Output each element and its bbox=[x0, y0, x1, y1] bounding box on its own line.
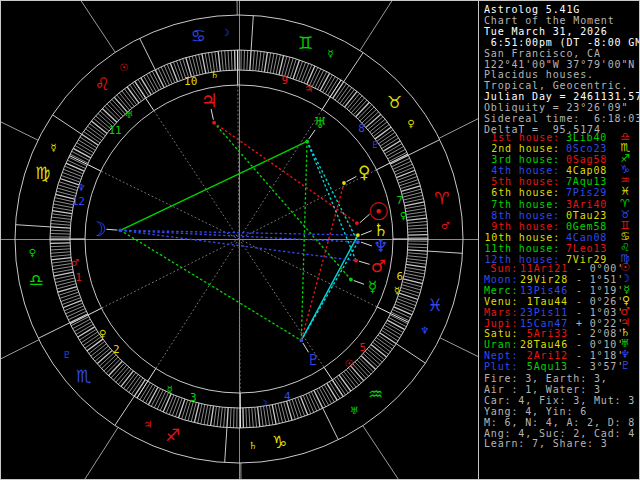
degree-tick bbox=[261, 407, 264, 427]
degree-tick bbox=[62, 298, 81, 305]
degree-tick bbox=[247, 50, 248, 70]
degree-tick bbox=[402, 285, 421, 290]
planet-value: 23Pis11 bbox=[518, 308, 568, 319]
house-value: 7Aqu13 bbox=[566, 176, 607, 187]
house-cusp-outer-line bbox=[363, 426, 460, 480]
pisces-ruler-icon: ♆ bbox=[420, 325, 429, 336]
degree-tick bbox=[408, 250, 428, 251]
degree-tick bbox=[220, 407, 222, 427]
house-cusp-outer-line bbox=[360, 0, 455, 51]
sign-boundary-line bbox=[396, 344, 425, 363]
degree-tick bbox=[394, 307, 412, 315]
house-cusp-outer-line bbox=[439, 59, 478, 138]
house-row: 2nd house:0Sco23♏ bbox=[484, 143, 634, 154]
sagittarius-ruler-icon: ♃ bbox=[143, 419, 152, 430]
♈-sign-icon: ♈ bbox=[620, 198, 630, 209]
house-cusp-outer-line bbox=[23, 427, 118, 480]
degree-tick bbox=[406, 208, 426, 211]
moon-degree-dot bbox=[118, 228, 122, 232]
house-row: 9th house:0Gem58♊ bbox=[484, 221, 634, 232]
degree-tick bbox=[53, 207, 73, 210]
gemini-ruler-icon: ☿ bbox=[327, 48, 333, 59]
house-cusp-inner-line bbox=[238, 85, 239, 239]
house-cusp-inner-line bbox=[101, 239, 239, 308]
degree-tick bbox=[259, 51, 261, 71]
wheel-mercury-icon: ☿ bbox=[368, 278, 377, 296]
aspect-square-venus-pluto bbox=[301, 183, 344, 340]
planet-label: Plut: bbox=[484, 362, 518, 373]
house-cusp-line bbox=[137, 369, 156, 398]
degree-tick bbox=[51, 217, 71, 219]
house-value: 0Tau23 bbox=[566, 210, 607, 221]
degree-tick bbox=[396, 170, 415, 177]
degree-tick bbox=[407, 256, 427, 258]
house-cusp-inner-line bbox=[156, 239, 239, 369]
degree-tick bbox=[398, 176, 417, 183]
degree-tick bbox=[401, 287, 420, 293]
taurus-sign-icon: ♉ bbox=[387, 92, 402, 112]
house-ruler-icon: ♆ bbox=[77, 182, 86, 193]
house-cusp-outer-line bbox=[0, 62, 38, 140]
sign-boundary-line bbox=[115, 396, 134, 425]
wheel-moon-icon: ☽ bbox=[88, 217, 106, 241]
house-number-7: 7 bbox=[396, 194, 403, 207]
degree-tick bbox=[407, 253, 427, 255]
degree-tick bbox=[293, 60, 299, 79]
degree-tick bbox=[53, 204, 73, 208]
degree-tick bbox=[267, 53, 270, 73]
degree-tick bbox=[256, 51, 258, 71]
wheel-mars-icon: ♂ bbox=[371, 256, 386, 276]
cancer-sign-icon: ♋ bbox=[191, 26, 206, 46]
degree-tick bbox=[408, 244, 428, 245]
house-ruler-icon: ♂ bbox=[70, 257, 79, 268]
leo-ruler-icon: ☉ bbox=[119, 62, 128, 73]
degree-tick bbox=[50, 249, 70, 250]
astrolog-window: ♈♂♉♀♊☿♋☽♌☉♍☿♎♀♏♇♐♃♑♄♒♅♓♆1♂2♀3☿4☽5☉6☿7♀8♇… bbox=[0, 0, 640, 480]
degree-tick bbox=[52, 211, 72, 214]
wheel-venus-icon: ♀ bbox=[358, 162, 370, 182]
degree-tick bbox=[179, 399, 185, 418]
house-ruler-icon: ☉ bbox=[345, 358, 354, 369]
house-row: 1st house:3Lib40♎ bbox=[484, 132, 634, 143]
sign-boundary-line bbox=[408, 140, 439, 156]
degree-tick bbox=[249, 408, 250, 428]
degree-tick bbox=[300, 396, 307, 415]
jupiter-degree-dot bbox=[212, 121, 216, 125]
degree-tick bbox=[218, 51, 220, 71]
degree-tick bbox=[228, 50, 229, 70]
degree-tick bbox=[214, 406, 217, 426]
wheel-jupiter-icon: ♃ bbox=[201, 89, 218, 111]
planet-latitude: - 1°03' bbox=[576, 308, 624, 319]
degree-tick bbox=[252, 408, 254, 428]
stat-line-6: Learn: 7, Share: 3 bbox=[484, 439, 635, 450]
mercury-degree-dot bbox=[349, 278, 353, 282]
house-number-8: 8 bbox=[358, 122, 365, 135]
degree-tick bbox=[170, 63, 177, 82]
sign-boundary-line bbox=[225, 428, 227, 463]
house-value: 0Gem58 bbox=[566, 221, 607, 232]
degree-tick bbox=[51, 255, 71, 257]
house-label: 4th house: bbox=[484, 165, 560, 176]
moon-pointer-line bbox=[106, 229, 117, 230]
degree-tick bbox=[58, 287, 77, 293]
degree-tick bbox=[221, 51, 223, 71]
house-number-3: 3 bbox=[190, 391, 197, 404]
house-row: 4th house:4Cap08♑ bbox=[484, 165, 634, 176]
house-ruler-icon: ☽ bbox=[259, 398, 268, 409]
chart-info-block: Astrolog 5.41GChart of the MomentTue Mar… bbox=[484, 5, 640, 136]
degree-tick bbox=[266, 406, 269, 426]
house-cusp-list: 1st house:3Lib40♎2nd house:0Sco23♏3rd ho… bbox=[484, 132, 634, 265]
planet-latitude: - 0°26' bbox=[576, 297, 624, 308]
sign-boundary-line bbox=[323, 408, 339, 439]
degree-tick bbox=[52, 261, 72, 264]
pisces-sign-icon: ♓ bbox=[427, 295, 442, 315]
sign-boundary-line bbox=[53, 115, 82, 134]
planet-position-list: Sun:11Ari21- 0°00'☉Moon:29Vir28- 1°51'☽M… bbox=[484, 264, 634, 373]
house-ruler-icon: ♄ bbox=[210, 69, 219, 80]
degree-tick bbox=[408, 225, 428, 227]
stat-line-3: Yang: 4, Yin: 6 bbox=[484, 407, 635, 418]
house-cusp-inner-line bbox=[101, 171, 239, 239]
degree-tick bbox=[393, 161, 411, 169]
degree-tick bbox=[407, 215, 427, 218]
degree-tick bbox=[211, 406, 214, 426]
